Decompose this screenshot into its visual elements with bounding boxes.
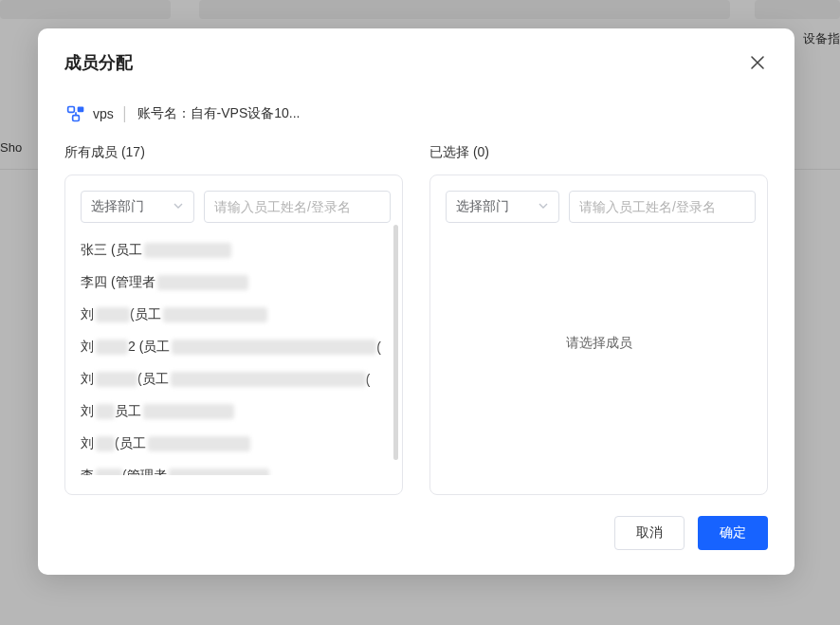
selected-members-caption: 已选择 (0) [429,144,768,161]
member-item[interactable]: 李 (管理者 [81,460,381,475]
svg-rect-0 [68,107,75,113]
dept-select-label: 选择部门 [91,198,144,215]
vps-icon [66,104,85,123]
right-dept-select[interactable]: 选择部门 [446,191,559,223]
empty-selected-msg: 请选择成员 [430,335,767,352]
modal-title: 成员分配 [64,51,133,74]
account-label: 账号名： [137,105,191,122]
member-assign-modal: 成员分配 vps │ 账号名： 自有-VPS设备10... 所有成员 (17) [38,28,794,575]
selected-members-panel: 已选择 (0) 选择部门 请选择成员 [429,144,768,495]
member-item[interactable]: 张三 (员工 [81,234,381,267]
all-members-caption: 所有成员 (17) [64,144,403,161]
close-icon [750,55,765,70]
svg-rect-2 [73,116,80,121]
dept-select-label: 选择部门 [456,198,509,215]
member-item[interactable]: 刘 (员工 [81,299,381,331]
account-value: 自有-VPS设备10... [191,105,301,122]
member-item[interactable]: 刘 (员工 ( [81,363,381,395]
scrollbar[interactable] [393,225,398,485]
right-name-input[interactable] [569,191,756,223]
svg-rect-1 [78,107,84,113]
scrollbar-thumb[interactable] [393,225,398,460]
cancel-button[interactable]: 取消 [614,516,685,550]
account-info-row: vps │ 账号名： 自有-VPS设备10... [64,104,768,123]
chevron-down-icon [173,199,184,214]
close-button[interactable] [747,52,768,73]
member-item[interactable]: 李四 (管理者 [81,267,381,299]
left-name-input[interactable] [204,191,391,223]
left-dept-select[interactable]: 选择部门 [81,191,194,223]
vps-tag: vps [93,106,114,121]
all-members-panel: 所有成员 (17) 选择部门 张三 (员工李四 (管理者刘 (员工 刘 2 (员… [64,144,403,495]
info-separator: │ [121,106,130,121]
confirm-button[interactable]: 确定 [698,516,768,550]
member-item[interactable]: 刘 员工 [81,395,381,428]
member-item[interactable]: 刘 (员工 [81,428,381,460]
member-item[interactable]: 刘 2 (员工 ( [81,331,381,363]
chevron-down-icon [538,199,549,214]
